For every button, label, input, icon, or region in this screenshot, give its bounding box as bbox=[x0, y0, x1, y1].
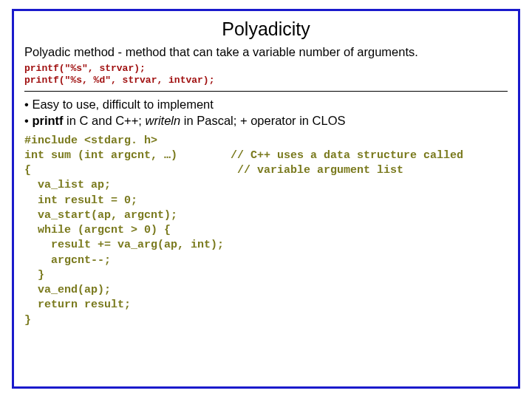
bullet-2-mono1: printf bbox=[32, 114, 63, 127]
printf-examples: printf("%s", strvar); printf("%s, %d", s… bbox=[24, 63, 508, 87]
code-block: #include <stdarg. h> int sum (int argcnt… bbox=[24, 134, 508, 328]
bullet-item-2: • printf in C and C++; writeln in Pascal… bbox=[24, 112, 508, 129]
description-text: Polyadic method - method that can take a… bbox=[24, 44, 508, 60]
bullet-item-1: • Easy to use, difficult to implement bbox=[24, 96, 508, 112]
bullet-2-mono2: writeln bbox=[146, 114, 181, 127]
slide-title: Polyadicity bbox=[24, 18, 508, 40]
bullet-list: • Easy to use, difficult to implement • … bbox=[24, 96, 508, 129]
content-frame: Polyadicity Polyadic method - method tha… bbox=[12, 9, 520, 389]
bullet-2-mid1: in C and C++; bbox=[64, 114, 146, 127]
slide-container: Polyadicity Polyadic method - method tha… bbox=[0, 0, 532, 399]
divider bbox=[24, 91, 508, 92]
bullet-1-text: Easy to use, difficult to implement bbox=[32, 98, 213, 111]
bullet-2-mid2: in Pascal; + operator in CLOS bbox=[180, 114, 345, 127]
